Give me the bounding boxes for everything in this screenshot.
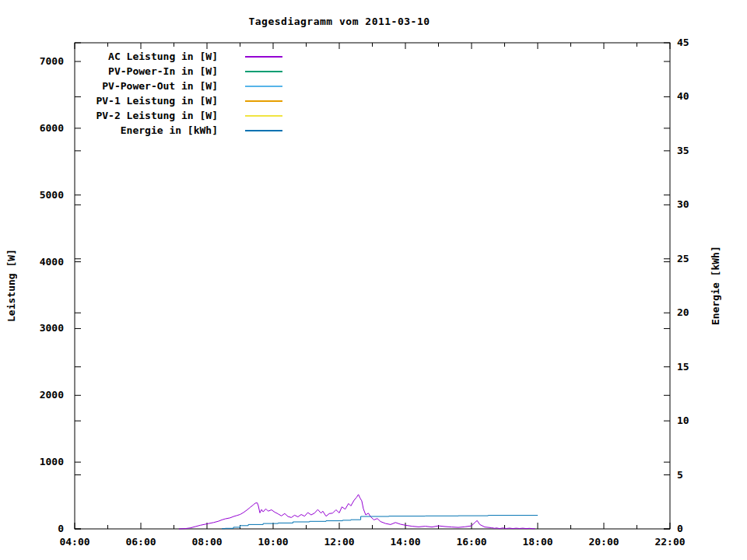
y-right-tick-label: 20	[677, 307, 689, 318]
y-right-tick-label: 30	[677, 199, 689, 210]
series-line-1	[179, 495, 535, 529]
series-line-6	[222, 515, 538, 528]
legend-label: PV-Power-Out in [W]	[102, 81, 218, 92]
legend-line-sample	[245, 130, 282, 131]
y-right-tick-label: 0	[677, 523, 683, 534]
legend-label: PV-2 Leistung in [W]	[96, 110, 218, 121]
x-tick-label: 16:00	[454, 537, 489, 548]
y-right-tick-label: 35	[677, 145, 689, 156]
x-tick-label: 14:00	[388, 537, 423, 548]
y-right-tick-label: 10	[677, 415, 689, 426]
x-tick-label: 04:00	[58, 537, 92, 548]
y-left-tick-label: 6000	[40, 123, 64, 134]
y-left-tick-label: 2000	[40, 390, 64, 401]
y-left-tick-label: 1000	[40, 457, 64, 467]
y-right-tick-label: 5	[677, 470, 683, 481]
legend-label: PV-Power-In in [W]	[108, 66, 218, 77]
x-tick-label: 12:00	[322, 537, 356, 548]
y-left-tick-label: 5000	[40, 190, 64, 201]
legend-line-sample	[245, 56, 282, 58]
y-left-tick-label: 7000	[40, 56, 64, 67]
y-right-tick-label: 15	[677, 362, 689, 373]
legend-line-sample	[245, 86, 282, 87]
legend-label: PV-1 Leistung in [W]	[96, 96, 218, 107]
y-right-tick-label: 40	[677, 91, 689, 102]
x-tick-label: 20:00	[587, 537, 621, 548]
x-tick-label: 06:00	[124, 537, 158, 548]
x-tick-label: 22:00	[653, 537, 687, 548]
y-left-tick-label: 0	[58, 523, 64, 534]
x-tick-label: 08:00	[190, 537, 224, 548]
x-tick-label: 10:00	[256, 537, 290, 548]
x-tick-label: 18:00	[521, 537, 555, 548]
chart-canvas: Tagesdiagramm vom 2011-03-10 Leistung [W…	[0, 0, 747, 560]
legend-line-sample	[245, 115, 282, 117]
y-right-tick-label: 25	[677, 254, 689, 264]
legend-label: Energie in [kWh]	[121, 125, 218, 136]
legend-label: AC Leistung in [W]	[108, 51, 218, 62]
legend-line-sample	[245, 100, 282, 102]
y-left-tick-label: 4000	[40, 257, 64, 268]
y-left-tick-label: 3000	[40, 323, 64, 334]
y-right-tick-label: 45	[677, 37, 689, 48]
legend-line-sample	[245, 71, 282, 72]
